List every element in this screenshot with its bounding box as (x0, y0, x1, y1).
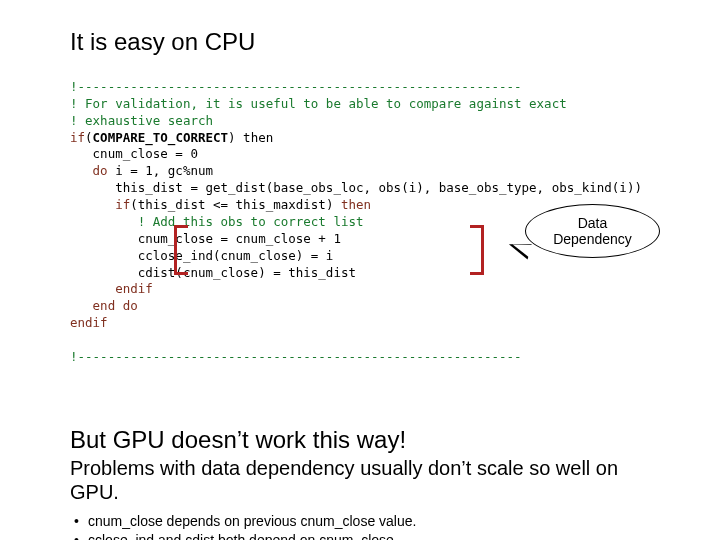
bullet-list: cnum_close depends on previous cnum_clos… (70, 512, 650, 540)
code-line: !---------------------------------------… (70, 349, 522, 364)
callout-text: Data Dependency (553, 215, 632, 247)
slide-title: It is easy on CPU (70, 28, 650, 56)
code-line: endif (70, 315, 108, 330)
code-line: ! exhaustive search (70, 113, 213, 128)
code-line: ! For validation, it is useful to be abl… (70, 96, 567, 111)
code-line: cnum_close = cnum_close + 1 (70, 231, 341, 246)
code-line: cnum_close = 0 (70, 146, 198, 161)
code-text: ( (85, 130, 93, 145)
list-item: cnum_close depends on previous cnum_clos… (88, 512, 650, 531)
code-text: (this_dist <= this_maxdist) (130, 197, 341, 212)
bracket-right-icon (470, 225, 484, 275)
code-line: !---------------------------------------… (70, 79, 522, 94)
slide-subtitle: But GPU doesn’t work this way! (70, 426, 650, 454)
code-line: ! Add this obs to correct list (70, 214, 364, 229)
code-kw: then (341, 197, 371, 212)
list-item: cclose_ind and cdist both depend on cnum… (88, 531, 650, 540)
code-kw: do (70, 163, 108, 178)
callout-bubble: Data Dependency (525, 204, 660, 258)
code-line: end do (70, 298, 138, 313)
code-line: this_dist = get_dist(base_obs_loc, obs(i… (70, 180, 642, 195)
code-block: !---------------------------------------… (70, 62, 650, 416)
code-kw: if (70, 197, 130, 212)
code-kw: if (70, 130, 85, 145)
code-line: endif (70, 281, 153, 296)
code-line: cclose_ind(cnum_close) = i (70, 248, 333, 263)
code-text: COMPARE_TO_CORRECT (93, 130, 228, 145)
bracket-left-icon (174, 225, 188, 275)
code-text: ) then (228, 130, 273, 145)
code-text: i = 1, gc%num (108, 163, 213, 178)
body-text: Problems with data dependency usually do… (70, 456, 650, 504)
code-line: cdist(cnum_close) = this_dist (70, 265, 356, 280)
